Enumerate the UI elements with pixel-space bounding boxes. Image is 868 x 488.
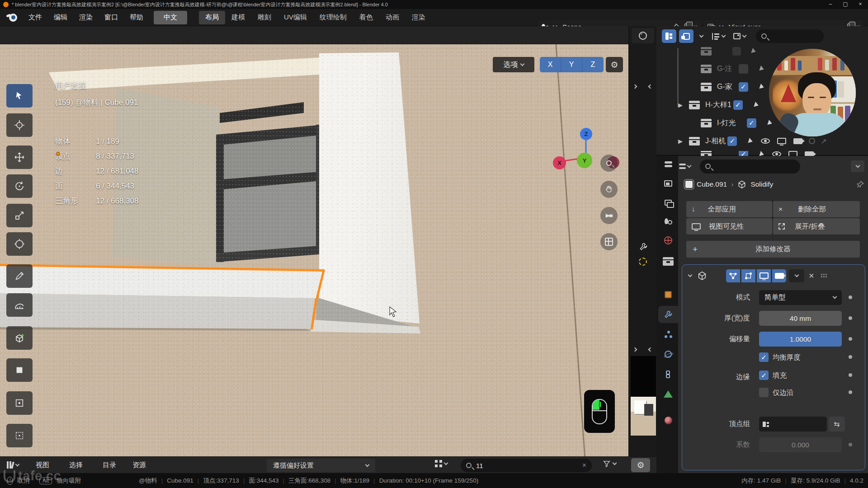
delete-all-button[interactable]: × 删除全部: [773, 201, 860, 217]
collection-checkbox[interactable]: ✓: [733, 100, 743, 110]
filter-dropdown[interactable]: [603, 460, 616, 468]
factor-field[interactable]: 0.000: [759, 437, 842, 452]
apply-all-button[interactable]: ↓ 全部应用: [686, 201, 772, 217]
tab-object[interactable]: [658, 286, 678, 303]
shelf-menu-catalog[interactable]: 目录: [97, 458, 122, 472]
maximize-button[interactable]: ▢: [838, 1, 853, 7]
tab-object-data[interactable]: [658, 385, 678, 403]
tab-collection[interactable]: [658, 253, 678, 270]
workspace-tab-rendering[interactable]: 渲染: [406, 11, 432, 24]
collection-checkbox[interactable]: ✓: [739, 82, 748, 92]
workspace-tab-texture-paint[interactable]: 纹理绘制: [313, 11, 353, 24]
animate-property-dot[interactable]: [849, 373, 852, 377]
tool-move[interactable]: [6, 145, 33, 169]
pin-icon[interactable]: [856, 180, 864, 188]
tool-inset[interactable]: [6, 391, 33, 415]
options-dropdown[interactable]: 选项: [493, 57, 534, 72]
tab-modifiers[interactable]: [658, 306, 678, 323]
holdout-circle-icon[interactable]: [809, 138, 815, 144]
asset-search-field[interactable]: 11 ×: [461, 459, 592, 472]
even-thickness-checkbox[interactable]: ✓: [759, 352, 769, 362]
workspace-tab-sculpting[interactable]: 雕刻: [251, 11, 278, 24]
workspace-tab-uv[interactable]: UV编辑: [278, 11, 313, 24]
on-cage-toggle[interactable]: [726, 269, 740, 282]
expand-region-chevron[interactable]: [633, 347, 637, 352]
properties-search-field[interactable]: [700, 160, 800, 174]
offset-slider[interactable]: 1.0000: [759, 332, 842, 347]
minimize-button[interactable]: –: [823, 1, 838, 7]
tool-cursor[interactable]: [6, 113, 33, 137]
tool-add-cube[interactable]: [6, 326, 33, 350]
chevron-down-icon[interactable]: [699, 33, 704, 38]
collapse-modifier-chevron[interactable]: [688, 272, 693, 277]
active-tool-wrench-icon[interactable]: [639, 242, 648, 251]
expand-sidebar-chevron[interactable]: [633, 84, 637, 89]
add-modifier-button[interactable]: + 添加修改器: [686, 241, 860, 258]
animate-property-dot[interactable]: [849, 443, 852, 446]
display-mode-dropdown[interactable]: [435, 460, 448, 467]
zoom-button[interactable]: [600, 155, 618, 172]
collection-checkbox[interactable]: ✓: [727, 136, 737, 146]
axis-settings-button[interactable]: ⚙: [606, 57, 623, 72]
editor-circle-button[interactable]: [632, 28, 654, 43]
drag-handle-icon[interactable]: [821, 273, 828, 278]
outliner-display-mode-icon[interactable]: [679, 29, 693, 43]
expand-arrow-icon[interactable]: ▶: [678, 138, 683, 145]
axis-y-button[interactable]: Y: [561, 57, 582, 72]
breadcrumb-object[interactable]: Cube.091: [697, 180, 727, 188]
tool-select-box[interactable]: [6, 84, 33, 108]
close-button[interactable]: ×: [853, 1, 868, 7]
tool-bevel[interactable]: [6, 424, 33, 447]
shelf-menu-asset[interactable]: 资源: [127, 458, 152, 472]
gizmo-y-axis[interactable]: Y: [577, 153, 592, 168]
tool-annotate[interactable]: [6, 264, 33, 288]
tab-particles[interactable]: [658, 326, 678, 343]
render-toggle[interactable]: [772, 269, 786, 282]
gizmo-x-axis[interactable]: X: [553, 156, 566, 169]
annotate-dashed-circle-icon[interactable]: [639, 258, 647, 266]
tab-tool[interactable]: [658, 156, 678, 173]
tool-measure[interactable]: [6, 293, 33, 317]
axis-x-button[interactable]: X: [540, 57, 561, 72]
edit-mode-toggle[interactable]: [741, 269, 755, 282]
blender-app-icon[interactable]: [6, 13, 18, 23]
tool-rotate[interactable]: [6, 174, 33, 198]
mode-dropdown[interactable]: 简单型: [759, 290, 842, 305]
follow-preferences-dropdown[interactable]: 遵循偏好设置: [267, 459, 375, 472]
invert-vertex-group-button[interactable]: ⇆: [829, 417, 845, 432]
fill-checkbox[interactable]: ✓: [759, 371, 769, 380]
menu-window[interactable]: 窗口: [99, 11, 124, 24]
animate-property-dot[interactable]: [849, 390, 852, 394]
tab-physics[interactable]: [658, 346, 678, 363]
breadcrumb-modifier[interactable]: Solidify: [750, 180, 773, 188]
tab-view-layer[interactable]: [658, 194, 678, 211]
expand-collapse-button[interactable]: ↗ 展开/折叠: [773, 218, 860, 235]
animate-property-dot[interactable]: [849, 316, 852, 320]
only-rim-checkbox[interactable]: [759, 388, 769, 397]
outliner-search-field[interactable]: [756, 29, 824, 43]
menu-render[interactable]: 渲染: [73, 11, 99, 24]
animate-property-dot[interactable]: [849, 296, 852, 299]
animate-property-dot[interactable]: [849, 355, 852, 359]
thickness-field[interactable]: 40 mm: [759, 311, 842, 326]
collapse-region-chevron[interactable]: [648, 347, 653, 352]
shelf-settings-button[interactable]: ⚙: [631, 458, 650, 472]
menu-help[interactable]: 帮助: [124, 11, 149, 24]
outliner-editor-icon[interactable]: [662, 29, 676, 43]
tab-scene[interactable]: [658, 213, 678, 230]
collapse-sidebar-chevron[interactable]: [648, 84, 653, 89]
language-button[interactable]: 中文: [154, 11, 187, 24]
pan-button[interactable]: [600, 181, 618, 198]
perspective-toggle-button[interactable]: [600, 233, 618, 250]
axis-z-button[interactable]: Z: [582, 57, 604, 72]
properties-editor-icon[interactable]: [679, 163, 691, 170]
clear-search-icon[interactable]: ×: [582, 461, 586, 469]
tool-scale[interactable]: [6, 204, 33, 227]
tool-extrude[interactable]: [6, 358, 33, 382]
menu-edit[interactable]: 编辑: [48, 11, 73, 24]
shelf-menu-select[interactable]: 选择: [63, 458, 89, 472]
tab-world[interactable]: [658, 232, 678, 249]
disable-render-camera-icon[interactable]: [793, 138, 802, 144]
outliner-filter-image-dropdown[interactable]: [733, 33, 746, 39]
properties-options-dropdown[interactable]: [851, 160, 864, 172]
